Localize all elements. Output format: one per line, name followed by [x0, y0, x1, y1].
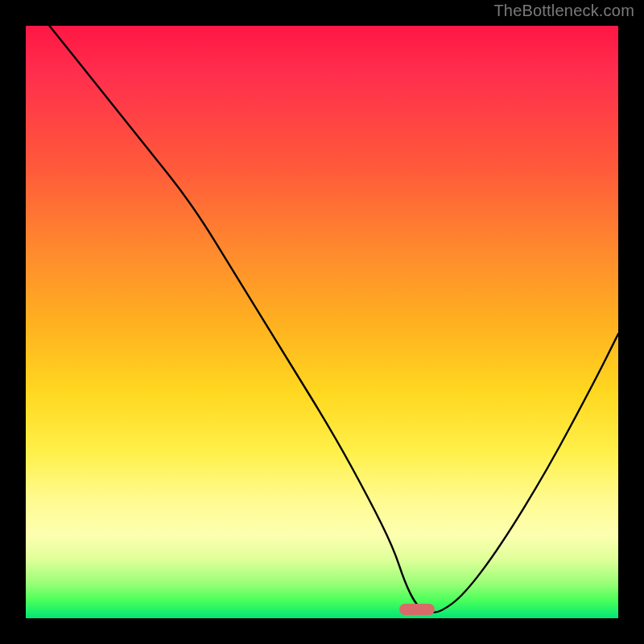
chart-frame: TheBottleneck.com: [0, 0, 644, 644]
watermark-label: TheBottleneck.com: [493, 2, 634, 20]
bottleneck-curve: [26, 26, 618, 618]
plot-area: [26, 26, 618, 618]
optimal-marker: [399, 604, 435, 615]
